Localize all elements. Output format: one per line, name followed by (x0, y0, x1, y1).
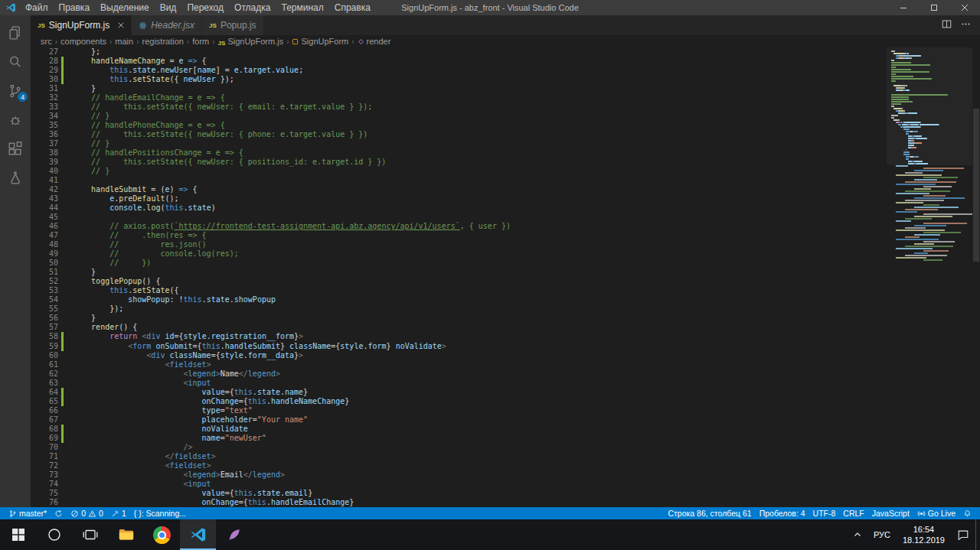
code-line[interactable]: 63 <input (31, 379, 980, 388)
code-line[interactable]: 60 <div className={style.form__data}> (31, 351, 980, 360)
close-button[interactable] (949, 0, 980, 15)
action-center-button[interactable] (951, 519, 975, 550)
code-line[interactable]: 39 // this.setState({ newUser: { positio… (31, 158, 980, 167)
problems-indicator[interactable]: 0 0 (67, 507, 107, 519)
menu-help[interactable]: Справка (329, 0, 376, 15)
code-line[interactable]: 51 } (31, 268, 980, 277)
code-line[interactable]: 64 value={this.state.name} (31, 388, 980, 397)
indentation-setting[interactable]: Пробелов: 4 (756, 509, 809, 518)
code-line[interactable]: 70 /> (31, 443, 980, 452)
menu-debug[interactable]: Отладка (229, 0, 276, 15)
menu-terminal[interactable]: Терминал (276, 0, 328, 15)
code-line[interactable]: 40 // } (31, 167, 980, 176)
code-line[interactable]: 65 onChange={this.handleNameChange} (31, 397, 980, 406)
code-line[interactable]: 73 <legend>Email</legend> (31, 470, 980, 480)
language-mode[interactable]: JavaScript (868, 509, 913, 518)
breadcrumb-src[interactable]: src (40, 37, 53, 46)
encoding-setting[interactable]: UTF-8 (809, 509, 840, 518)
go-live-button[interactable]: Go Live (913, 509, 959, 518)
code-line[interactable]: 61 <fieldset> (31, 360, 980, 369)
debug-icon[interactable] (0, 107, 31, 132)
breadcrumb-method[interactable]: render (357, 37, 392, 46)
code-line[interactable]: 69 name="newUser" (31, 434, 980, 443)
code-line[interactable]: 46 // axios.post(`https://frontend-test-… (31, 222, 980, 231)
task-view-button[interactable] (72, 519, 108, 550)
menu-file[interactable]: Файл (20, 0, 54, 15)
breadcrumb-registration[interactable]: registration (141, 37, 184, 46)
notifications-bell[interactable] (959, 509, 975, 518)
code-line[interactable]: 55 }); (31, 304, 980, 314)
code-line[interactable]: 58 return <div id={style.registration__f… (31, 332, 980, 341)
cursor-position[interactable]: Строка 86, столбец 61 (664, 509, 755, 518)
code-line[interactable]: 50 // }) (31, 259, 980, 268)
menu-go[interactable]: Переход (181, 0, 229, 15)
code-line[interactable]: 74 <input (31, 480, 980, 489)
code-line[interactable]: 29 this.state.newUser[name] = e.target.v… (31, 66, 980, 75)
code-line[interactable]: 37 // } (31, 139, 980, 148)
extensions-icon[interactable] (0, 136, 31, 161)
code-line[interactable]: 43 e.preDefault(); (31, 194, 980, 203)
code-line[interactable]: 44 console.log(this.state) (31, 203, 980, 213)
code-line[interactable]: 38 // handlePositionsChange = e => { (31, 148, 980, 158)
code-line[interactable]: 68 noValidate (31, 425, 980, 434)
start-button[interactable] (0, 519, 36, 550)
code-line[interactable]: 42 handleSubmit = (e) => { (31, 185, 980, 194)
code-line[interactable]: 71 </fieldset> (31, 452, 980, 461)
code-line[interactable]: 36 // this.setState({ newUser: { phone: … (31, 130, 980, 139)
code-line[interactable]: 66 type="text" (31, 406, 980, 415)
scrollbar-thumb[interactable] (973, 109, 979, 262)
code-line[interactable]: 52 togglePopup() { (31, 277, 980, 286)
more-actions-icon[interactable] (961, 18, 971, 32)
source-control-icon[interactable]: 4 (0, 78, 31, 103)
code-line[interactable]: 54 showPopup: !this.state.showPopup (31, 295, 980, 304)
breadcrumb-class[interactable]: SignUpForm (291, 37, 349, 46)
minimize-button[interactable] (888, 0, 919, 15)
breadcrumb-components[interactable]: components (60, 37, 107, 46)
code-line[interactable]: 48 // res.json() (31, 240, 980, 249)
minimap-slider[interactable] (887, 47, 972, 165)
search-button[interactable] (36, 519, 72, 550)
menu-view[interactable]: Вид (155, 0, 182, 15)
test-flask-icon[interactable] (0, 165, 31, 190)
code-line[interactable]: 41 (31, 176, 980, 185)
show-desktop-button[interactable] (975, 519, 980, 550)
code-line[interactable]: 72 <fieldset> (31, 461, 980, 470)
code-line[interactable]: 35 // handlePhoneChange = e => { (31, 121, 980, 130)
editor-scrollbar[interactable] (972, 47, 980, 507)
maximize-button[interactable] (919, 0, 949, 15)
scanning-status[interactable]: { }: Scanning... (130, 507, 190, 519)
code-line[interactable]: 30 this.setState({ newUser }); (31, 75, 980, 84)
code-line[interactable]: 53 this.setState({ (31, 286, 980, 295)
clock[interactable]: 16:54 18.12.2019 (897, 519, 951, 550)
explorer-icon[interactable] (0, 20, 31, 45)
tasks-indicator[interactable]: 1 (107, 507, 130, 519)
code-line[interactable]: 75 value={this.state.email} (31, 489, 980, 498)
editor-viewport[interactable]: 27 };28 handleNameChange = e => {29 this… (31, 47, 980, 507)
code-line[interactable]: 33 // this.setState({ newUser: { email: … (31, 103, 980, 112)
code-line[interactable]: 27 }; (31, 47, 980, 57)
git-branch-indicator[interactable]: master* (5, 507, 51, 519)
code-line[interactable]: 32 // handleEmailChange = e => { (31, 93, 980, 103)
code-line[interactable]: 45 (31, 213, 980, 222)
menu-edit[interactable]: Правка (54, 0, 96, 15)
code-line[interactable]: 57 render() { (31, 323, 980, 332)
language-indicator[interactable]: РУС (867, 519, 897, 550)
code-line[interactable]: 49 // console.log(res); (31, 249, 980, 259)
minimap[interactable] (887, 47, 972, 507)
vscode-button[interactable] (180, 519, 216, 550)
search-icon[interactable] (0, 49, 31, 74)
tab-close-icon[interactable] (118, 22, 124, 28)
code-line[interactable]: 59 <form onSubmit={this.handleSubmit} cl… (31, 342, 980, 351)
tab-header[interactable]: Header.jsx (132, 15, 202, 35)
code-line[interactable]: 67 placeholder="Your name" (31, 415, 980, 425)
hidden-icons-caret[interactable] (848, 519, 867, 550)
code-line[interactable]: 28 handleNameChange = e => { (31, 57, 980, 66)
code-line[interactable]: 31 } (31, 84, 980, 93)
breadcrumb-main[interactable]: main (114, 37, 134, 46)
split-editor-icon[interactable] (942, 18, 952, 32)
breadcrumb-form[interactable]: form (191, 37, 210, 46)
file-explorer-button[interactable] (108, 519, 144, 550)
code-line[interactable]: 34 // } (31, 112, 980, 121)
code-line[interactable]: 62 <legend>Name</legend> (31, 369, 980, 379)
chrome-button[interactable] (144, 519, 180, 550)
